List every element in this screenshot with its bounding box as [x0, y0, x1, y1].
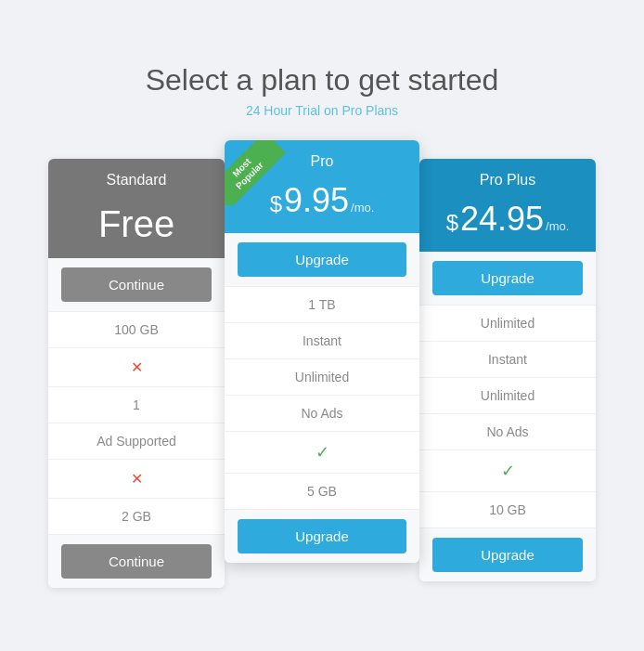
- standard-feature-storage: 100 GB: [48, 312, 225, 348]
- pro-bottom-btn-row: Upgrade: [225, 509, 419, 563]
- pro-plus-bottom-btn-row: Upgrade: [419, 527, 596, 581]
- plan-standard: Standard Free Continue 100 GB ✕ 1 Ad Sup…: [48, 159, 225, 588]
- pro-plus-features: Unlimited Instant Unlimited No Ads ✓ 10 …: [419, 306, 596, 527]
- standard-feature-upload: 2 GB: [48, 499, 225, 534]
- standard-feature-ads: Ad Supported: [48, 423, 225, 460]
- pro-feature-storage: 1 TB: [225, 287, 419, 323]
- standard-features: 100 GB ✕ 1 Ad Supported ✕ 2 GB: [48, 312, 225, 534]
- pro-plus-per-mo: /mo.: [546, 219, 569, 233]
- pro-feature-extra: ✓: [225, 432, 419, 474]
- standard-feature-accounts: 1: [48, 387, 225, 423]
- pro-bottom-button[interactable]: Upgrade: [238, 519, 406, 553]
- page-subtitle: 24 Hour Trial on Pro Plans: [146, 103, 499, 118]
- standard-price: Free: [58, 196, 215, 249]
- pro-plus-price: $ 24.95 /mo.: [429, 196, 586, 242]
- standard-plan-name: Standard: [58, 172, 215, 189]
- standard-feature-instant: ✕: [48, 348, 225, 387]
- standard-bottom-button[interactable]: Continue: [61, 544, 212, 579]
- pro-plus-feature-upload: 10 GB: [419, 492, 596, 527]
- pro-plus-header: Pro Plus $ 24.95 /mo.: [419, 159, 596, 252]
- standard-top-button[interactable]: Continue: [61, 267, 212, 302]
- pro-top-button[interactable]: Upgrade: [238, 242, 406, 277]
- pro-feature-upload: 5 GB: [225, 474, 419, 509]
- pro-plus-feature-ads: No Ads: [419, 414, 596, 450]
- standard-top-btn-row: Continue: [48, 258, 225, 312]
- standard-feature-extra: ✕: [48, 460, 225, 499]
- most-popular-badge: MostPopular: [225, 140, 286, 205]
- pro-top-btn-row: Upgrade: [225, 233, 419, 287]
- plans-container: Standard Free Continue 100 GB ✕ 1 Ad Sup…: [48, 140, 596, 588]
- page-title: Select a plan to get started: [146, 63, 499, 98]
- pro-plus-feature-storage: Unlimited: [419, 306, 596, 342]
- pro-plus-currency: $: [446, 210, 458, 236]
- pro-feature-accounts: Unlimited: [225, 359, 419, 396]
- pro-header: MostPopular Pro $ 9.95 /mo.: [225, 140, 419, 233]
- plan-pro: MostPopular Pro $ 9.95 /mo. Upgrade 1 TB…: [225, 140, 419, 563]
- pro-plus-price-value: 24.95: [460, 200, 544, 239]
- pro-plus-feature-extra: ✓: [419, 450, 596, 492]
- pro-plus-feature-instant: Instant: [419, 342, 596, 378]
- plan-pro-plus: Pro Plus $ 24.95 /mo. Upgrade Unlimited …: [419, 159, 596, 581]
- pro-plus-top-button[interactable]: Upgrade: [432, 261, 583, 295]
- pro-per-mo: /mo.: [351, 201, 374, 215]
- pro-plus-plan-name: Pro Plus: [429, 172, 586, 189]
- pro-feature-instant: Instant: [225, 323, 419, 359]
- standard-header: Standard Free: [48, 159, 225, 258]
- pro-plus-feature-accounts: Unlimited: [419, 378, 596, 414]
- badge-container: MostPopular: [225, 140, 290, 205]
- pro-price-value: 9.95: [284, 181, 349, 220]
- pro-plus-bottom-button[interactable]: Upgrade: [432, 538, 583, 572]
- pro-feature-ads: No Ads: [225, 396, 419, 432]
- page-header: Select a plan to get started 24 Hour Tri…: [146, 63, 499, 118]
- standard-bottom-btn-row: Continue: [48, 534, 225, 588]
- pro-plus-top-btn-row: Upgrade: [419, 252, 596, 306]
- pro-features: 1 TB Instant Unlimited No Ads ✓ 5 GB: [225, 287, 419, 509]
